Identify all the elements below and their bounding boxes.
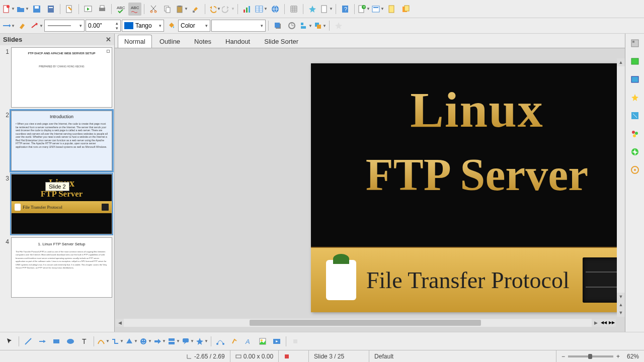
navigator-icon[interactable] [629,146,640,157]
spellcheck-button[interactable]: ABC [114,3,127,16]
scroll-down-icon[interactable]: ▼ [617,293,625,301]
line-tool[interactable] [22,335,35,348]
svg-rect-60 [631,76,638,82]
line-color-button[interactable] [16,19,29,32]
scroll-right-icon[interactable]: ▶ [592,319,600,327]
next-slide-icon[interactable]: ▼ [617,309,625,317]
new-doc-button[interactable]: ▼ [2,3,15,16]
redo-button[interactable]: ▼ [222,3,235,16]
stars-tool[interactable]: ▼ [195,335,208,348]
fill-icon[interactable] [165,20,177,32]
zoom-control[interactable]: − + [556,350,622,362]
format-paintbrush-button[interactable] [189,3,202,16]
select-tool[interactable] [3,335,16,348]
align-button[interactable]: ▼ [299,19,312,32]
zoom-slider[interactable] [568,355,613,357]
fontwork-tool[interactable]: A [242,335,255,348]
cut-button[interactable] [147,3,160,16]
scroll-up-icon[interactable]: ▲ [617,58,625,66]
functions-icon[interactable] [629,164,640,175]
edit-button[interactable] [63,3,76,16]
gluepoints-tool[interactable] [228,335,241,348]
hscroll-thumb[interactable] [250,320,481,326]
from-file-tool[interactable] [256,335,269,348]
thumb2-body: • When you view a web page over the Inte… [12,122,112,148]
duplicate-slide-button[interactable] [399,3,413,16]
tab-slide-sorter[interactable]: Slide Sorter [258,35,305,48]
zoom-out-icon[interactable]: − [561,353,565,360]
callouts-tool[interactable]: ▼ [181,335,194,348]
line-color-combo[interactable]: Tango▾ [122,20,164,32]
auto-spellcheck-button[interactable]: ABC [128,3,141,16]
insert-hyperlink-button[interactable] [269,3,282,16]
fill-type-combo[interactable]: Color▾ [178,20,210,32]
print-button[interactable] [96,3,109,16]
line-style-combo[interactable]: ▾ [44,20,85,32]
shadow-button[interactable] [271,19,284,32]
curve-tool[interactable]: ▼ [97,335,110,348]
line-fill-toolbar: ▼ ▼ ▾ 0.00"▴▾ Tango▾ Color▾ ▾ ▼ ▼ [0,18,644,34]
block-arrows-tool[interactable]: ▼ [153,335,166,348]
properties-icon[interactable] [629,38,640,49]
copy-button[interactable] [161,3,174,16]
basic-shapes-tool[interactable]: ▼ [125,335,138,348]
insert-table-button[interactable]: ▼ [255,3,268,16]
tab-outline[interactable]: Outline [153,35,187,48]
canvas-bottom-bar: File Transfer Protocol [311,247,625,312]
new-slide-dropdown[interactable]: +▼ [357,3,370,16]
slide-thumb-1[interactable]: 1 FTP DHCP AND APACHE WEB SERVER SETUP P… [2,47,112,108]
vertical-scrollbar[interactable]: ▲ ▼ ▲ ▼ [617,58,625,317]
custom-animation-icon[interactable] [629,74,640,85]
arrow-ends-button[interactable]: ▼ [30,19,43,32]
insert-chart-button[interactable] [240,3,254,16]
svg-text:A: A [245,338,250,345]
line-width-combo[interactable]: 0.00"▴▾ [86,20,121,32]
canvas-area[interactable]: Linux FTP Server File Transfer Protocol … [115,48,625,332]
close-panel-button[interactable]: ✕ [106,36,111,43]
export-pdf-button[interactable] [44,3,57,16]
fill-color-combo[interactable]: ▾ [211,20,266,32]
slide-canvas[interactable]: Linux FTP Server File Transfer Protocol [311,63,625,312]
arrow-style-button[interactable]: ▼ [2,19,15,32]
grid-button[interactable] [287,3,300,16]
slide-design-button[interactable] [385,3,398,16]
tab-normal[interactable]: Normal [118,35,152,48]
arrange-button[interactable]: ▼ [313,19,327,32]
save-button[interactable] [30,3,43,16]
flowchart-tool[interactable]: ▼ [167,335,180,348]
scroll-left-icon[interactable]: ◀ [116,319,124,327]
navigator-button[interactable] [306,3,319,16]
horizontal-scrollbar[interactable]: ◀ ▶ ◀◀ ▶▶ [116,319,616,327]
master-pages-icon[interactable] [629,56,640,67]
insert-slide-button[interactable]: ▼ [320,3,333,16]
tab-notes[interactable]: Notes [188,35,218,48]
prev-slide-icon[interactable]: ▲ [617,301,625,309]
insert-av-tool[interactable] [270,335,283,348]
arrow-tool[interactable] [36,335,49,348]
styles-icon[interactable] [629,110,640,121]
undo-button[interactable]: ▼ [208,3,221,16]
slide-thumb-4[interactable]: 4 1. Linux FTP Server Setup The File Tra… [2,237,112,298]
crop-button[interactable] [285,19,298,32]
interaction-button[interactable] [332,19,345,32]
paste-button[interactable]: ▼ [175,3,188,16]
rotate-tool[interactable] [289,335,302,348]
ellipse-tool[interactable] [64,335,77,348]
slide-transition-icon[interactable] [629,92,640,103]
points-tool[interactable] [214,335,227,348]
help-button[interactable]: ? [339,3,352,16]
scroll-last-icon[interactable]: ▶▶ [608,319,616,327]
text-tool[interactable]: T [78,335,91,348]
symbol-shapes-tool[interactable]: ▼ [139,335,152,348]
tab-handout[interactable]: Handout [219,35,257,48]
slideshow-button[interactable] [82,3,95,16]
open-button[interactable]: ▼ [16,3,29,16]
connector-tool[interactable]: ▼ [111,335,124,348]
zoom-value[interactable]: 62% [622,350,644,362]
zoom-in-icon[interactable]: + [616,353,620,360]
slide-thumb-2[interactable]: 2 Introduction • When you view a web pag… [2,111,112,171]
gallery-icon[interactable] [629,128,640,139]
scroll-first-icon[interactable]: ◀◀ [600,319,608,327]
slide-layout-button[interactable]: ▼ [371,3,384,16]
rectangle-tool[interactable] [50,335,63,348]
